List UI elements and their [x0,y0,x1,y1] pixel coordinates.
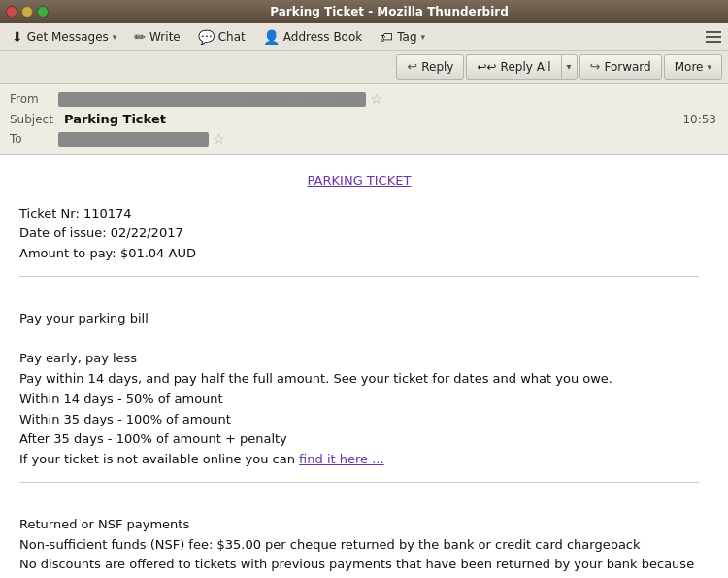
window-controls[interactable] [6,6,49,17]
section1-line6: If your ticket is not available online y… [19,450,699,470]
from-row: From ████████████████████@polandmail.com… [10,89,718,109]
subject-value: Parking Ticket [64,112,166,126]
section1-header [19,289,699,309]
to-value: ████████████████ [58,132,209,147]
hamburger-menu[interactable] [703,26,724,48]
pencil-icon: ✏ [134,29,146,45]
section2-header-text: Returned or NSF payments [19,515,699,535]
address-book-icon: 👤 [263,29,280,45]
to-row: To ████████████████ ☆ [10,129,718,149]
reply-all-button-group: ↩↩ Reply All ▾ [466,54,577,80]
section1-line2: Pay within 14 days, and pay half the ful… [19,369,699,390]
ticket-info: Ticket Nr: 110174 Date of issue: 02/22/2… [19,204,699,264]
chat-icon: 💬 [198,29,215,45]
divider-2 [19,482,699,483]
section1-line3: Within 14 days - 50% of amount [19,390,699,410]
email-header: From ████████████████████@polandmail.com… [0,84,728,155]
titlebar: Parking Ticket - Mozilla Thunderbird [0,0,728,23]
amount: Amount to pay: $01.04 AUD [19,244,699,264]
forward-icon: ↪ [590,59,601,74]
divider-1 [19,276,699,277]
reply-all-button[interactable]: ↩↩ Reply All [466,54,560,80]
from-star[interactable]: ☆ [370,91,382,107]
email-time: 10:53 [682,113,716,126]
maximize-button[interactable] [37,6,49,17]
section1-pay-early: Pay early, pay less [19,349,699,369]
toolbar: ↩ Reply ↩↩ Reply All ▾ ↪ Forward More ▾ [0,51,728,84]
to-label: To [10,132,58,146]
parking-ticket-title[interactable]: PARKING TICKET [19,171,699,190]
reply-all-dropdown[interactable]: ▾ [561,54,578,80]
reply-icon: ↩ [407,59,417,74]
from-label: From [10,92,58,106]
section-nsf: Returned or NSF payments Non-sufficient … [19,494,699,578]
email-body: PARKING TICKET Ticket Nr: 110174 Date of… [0,155,728,578]
from-value: ████████████████████@polandmail.com> [58,92,366,107]
section2-line2: No discounts are offered to tickets with… [19,555,699,578]
email-content: PARKING TICKET Ticket Nr: 110174 Date of… [19,171,699,578]
tag-button[interactable]: 🏷 Tag ▾ [372,26,433,48]
address-book-button[interactable]: 👤 Address Book [255,26,370,48]
window-title: Parking Ticket - Mozilla Thunderbird [56,5,722,18]
to-star[interactable]: ☆ [213,131,225,147]
section1-line4: Within 35 days - 100% of amount [19,410,699,430]
section1-header-text: Pay your parking bill [19,309,699,329]
section2-line1: Non-sufficient funds (NSF) fee: $35.00 p… [19,535,699,556]
download-icon: ⬇ [12,29,23,45]
write-button[interactable]: ✏ Write [126,26,187,48]
get-messages-button[interactable]: ⬇ Get Messages ▾ [4,26,124,48]
section1-line5: After 35 days - 100% of amount + penalty [19,429,699,450]
date-issue: Date of issue: 02/22/2017 [19,223,699,244]
close-button[interactable] [6,6,17,17]
reply-all-icon: ↩↩ [477,60,496,74]
ticket-nr: Ticket Nr: 110174 [19,204,699,224]
reply-button[interactable]: ↩ Reply [396,54,464,80]
section-pay: Pay your parking bill Pay early, pay les… [19,289,699,470]
forward-button[interactable]: ↪ Forward [579,54,662,80]
menubar: ⬇ Get Messages ▾ ✏ Write 💬 Chat 👤 Addres… [0,23,728,51]
subject-left: Subject Parking Ticket [10,112,166,126]
subject-row: Subject Parking Ticket 10:53 [10,109,718,129]
section2-header [19,494,699,515]
chat-button[interactable]: 💬 Chat [190,26,253,48]
section1-line1 [19,328,699,349]
subject-label: Subject [10,113,58,126]
more-button[interactable]: More ▾ [664,54,722,80]
minimize-button[interactable] [21,6,33,17]
tag-icon: 🏷 [380,29,393,45]
find-it-here-link[interactable]: find it here ... [299,452,383,466]
